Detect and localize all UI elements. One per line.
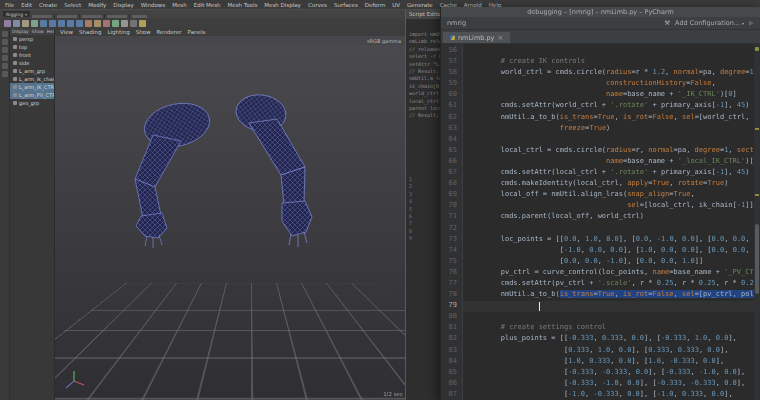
panel-menu-renderer[interactable]: Renderer <box>156 29 181 35</box>
menu-generate[interactable]: Generate <box>407 2 433 8</box>
menu-select[interactable]: Select <box>64 2 81 8</box>
outliner-menu-show[interactable]: Show <box>32 29 44 34</box>
code-line[interactable]: freeze=True) <box>463 124 760 135</box>
menu-curves[interactable]: Curves <box>308 2 327 8</box>
code-line[interactable]: sel=[local_ctrl, ik_chain[-1]]) <box>463 201 760 212</box>
cv-curve-icon[interactable] <box>4 20 11 27</box>
code-line[interactable]: [0.0, 0.0, -1.0], [0.0, 0.0, 1.0]] <box>463 257 760 268</box>
viewport-canvas[interactable]: 1/2 sec <box>55 45 407 400</box>
panel-menu-lighting[interactable]: Lighting <box>107 29 129 35</box>
menu-edit-mesh[interactable]: Edit Mesh <box>194 2 221 8</box>
menu-mesh[interactable]: Mesh <box>172 2 186 8</box>
code-line[interactable]: [-0.333, -1.0, 0.0], [-0.333, -0.333, 0.… <box>463 379 760 390</box>
code-line[interactable]: # create settings control <box>463 323 760 334</box>
bind-skin-icon[interactable] <box>103 20 110 27</box>
polygon-cylinder-icon[interactable] <box>58 20 65 27</box>
build-hammer-icon[interactable]: ⚒ <box>664 19 670 27</box>
outliner-item[interactable]: L_arm_IK_CTRL <box>10 83 54 91</box>
code-line[interactable]: cmds.setAttr(local_ctrl + '.rotate' + pr… <box>463 168 760 179</box>
outliner-item[interactable]: side <box>10 59 54 67</box>
code-line[interactable]: cmds.makeIdentity(local_ctrl, apply=True… <box>463 179 760 190</box>
move-tool-icon[interactable] <box>2 55 8 61</box>
code-line[interactable]: nmUtil.a_to_b(is_trans=True, is_rot=Fals… <box>463 113 760 124</box>
menu-mesh-tools[interactable]: Mesh Tools <box>228 2 258 8</box>
code-line[interactable]: cmds.parent(local_off, world_ctrl) <box>463 212 760 223</box>
menu-modify[interactable]: Modify <box>88 2 106 8</box>
panel-menu-shading[interactable]: Shading <box>79 29 101 35</box>
outliner-menu-display[interactable]: Display <box>12 29 29 34</box>
outliner-item[interactable]: top <box>10 43 54 51</box>
code-line[interactable]: [-0.333, -0.333, 0.0], [-0.333, -1.0, 0.… <box>463 368 760 379</box>
polygon-sphere-icon[interactable] <box>40 20 47 27</box>
code-line[interactable] <box>463 301 760 312</box>
code-line[interactable] <box>463 135 760 146</box>
code-area[interactable]: # create IK controls world_ctrl = cmds.c… <box>463 44 760 400</box>
code-line[interactable]: world_ctrl = cmds.circle(radius=r * 1.2,… <box>463 68 760 79</box>
code-editor[interactable]: 5657585960616263646566676869707172737475… <box>441 44 760 400</box>
menu-surfaces[interactable]: Surfaces <box>334 2 358 8</box>
code-line[interactable]: nmUtil.a_to_b(is_trans=True, is_rot=Fals… <box>463 290 760 301</box>
code-line[interactable]: [-1.0, -0.333, 0.0], [-1.0, 0.333, 0.0], <box>463 390 760 400</box>
wireframe-arm-mesh-right[interactable] <box>234 92 312 247</box>
code-line[interactable] <box>463 312 760 323</box>
editor-scrollbar[interactable] <box>754 44 760 400</box>
menu-set-selector[interactable]: Rigging ▾ <box>3 11 30 17</box>
code-line[interactable]: constructionHistory=False, <box>463 79 760 90</box>
panel-menu-panels[interactable]: Panels <box>188 29 206 35</box>
nurbs-circle-icon[interactable] <box>31 20 38 27</box>
select-tool-icon[interactable] <box>2 31 8 37</box>
code-line[interactable]: [-1.0, 0.0, 0.0], [1.0, 0.0, 0.0], [0.0,… <box>463 246 760 257</box>
pencil-curve-icon[interactable] <box>22 20 29 27</box>
editor-tab-active[interactable]: nmLimb.py × <box>443 32 510 43</box>
code-line[interactable]: cmds.setAttr(world_ctrl + '.rotate' + pr… <box>463 101 760 112</box>
ik-handle-tool-icon[interactable] <box>94 20 101 27</box>
project-breadcrumb[interactable]: nmrig <box>447 19 466 27</box>
code-line[interactable]: cmds.setAttr(pv_ctrl + '.scale', r * 0.2… <box>463 279 760 290</box>
code-line[interactable]: loc_points = [[0.0, 1.0, 0.0], [0.0, -1.… <box>463 235 760 246</box>
script-editor-history[interactable]: import nmUtilnmLimb reload// reloadedsel… <box>406 31 441 120</box>
code-line[interactable]: pv_ctrl = curve_control(loc_points, name… <box>463 268 760 279</box>
paint-select-tool-icon[interactable] <box>2 47 8 53</box>
panel-menu-view[interactable]: View <box>60 29 73 35</box>
ep-curve-icon[interactable] <box>13 20 20 27</box>
code-line[interactable]: # create IK controls <box>463 57 760 68</box>
menu-mesh-display[interactable]: Mesh Display <box>264 2 301 8</box>
code-line[interactable]: name=base_name + '_IK_CTRL')[0] <box>463 90 760 101</box>
code-line[interactable]: [0.333, 1.0, 0.0], [0.333, 0.333, 0.0], <box>463 346 760 357</box>
code-line[interactable]: local_off = nmUtil.align_lras(snap_align… <box>463 190 760 201</box>
menu-deform[interactable]: Deform <box>365 2 385 8</box>
scrollbar-thumb[interactable] <box>755 224 759 294</box>
menu-create[interactable]: Create <box>39 2 57 8</box>
code-line[interactable]: name=base_name + '_local_IK_CTRL')[0] <box>463 157 760 168</box>
polygon-plane-icon[interactable] <box>67 20 74 27</box>
code-line[interactable] <box>463 224 760 235</box>
custom-script-icon[interactable] <box>139 20 146 27</box>
code-line[interactable]: [1.0, 0.333, 0.0], [1.0, -0.333, 0.0], <box>463 357 760 368</box>
wireframe-arm-mesh-left[interactable] <box>135 98 214 248</box>
code-line[interactable] <box>463 46 760 57</box>
polygon-cube-icon[interactable] <box>49 20 56 27</box>
scale-tool-icon[interactable] <box>2 71 8 77</box>
code-line[interactable]: local_ctrl = cmds.circle(radius=r, norma… <box>463 146 760 157</box>
rotate-tool-icon[interactable] <box>2 63 8 69</box>
parent-constraint-icon[interactable] <box>112 20 119 27</box>
outliner-item[interactable]: front <box>10 51 54 59</box>
menu-windows[interactable]: Windows <box>141 2 166 8</box>
outliner-item[interactable]: persp <box>10 35 54 43</box>
close-tab-icon[interactable]: × <box>497 34 503 42</box>
lasso-tool-icon[interactable] <box>2 39 8 45</box>
outliner-menu-help[interactable]: Help <box>47 29 55 34</box>
joint-tool-icon[interactable] <box>85 20 92 27</box>
menu-file[interactable]: File <box>5 2 14 8</box>
outliner-item[interactable]: L_arm_grp <box>10 67 54 75</box>
panel-menu-show[interactable]: Show <box>136 29 151 35</box>
outliner-item[interactable]: L_arm_ik_chain <box>10 75 54 83</box>
outliner-item[interactable]: L_arm_PV_CTRL <box>10 91 54 99</box>
menu-edit[interactable]: Edit <box>21 2 32 8</box>
polygon-torus-icon[interactable] <box>76 20 83 27</box>
outliner-item[interactable]: geo_grp <box>10 99 54 107</box>
display-layer-icon[interactable] <box>130 20 137 27</box>
code-line[interactable]: plus_points = [[-0.333, 0.333, 0.0], [-0… <box>463 334 760 345</box>
run-icon[interactable]: ▶ <box>749 19 754 27</box>
menu-uv[interactable]: UV <box>392 2 400 8</box>
